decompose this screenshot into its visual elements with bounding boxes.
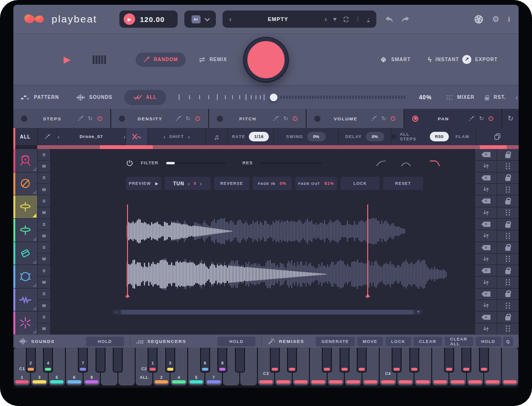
black-key[interactable] — [340, 348, 350, 373]
preset-prev-button[interactable]: ‹ — [229, 15, 232, 23]
track-tile-hihat-open[interactable] — [13, 219, 37, 242]
flam-button[interactable]: FLAM — [449, 128, 476, 145]
settings-gear-icon[interactable]: ⚙ — [492, 14, 500, 24]
white-key[interactable] — [502, 348, 518, 385]
mute-button[interactable]: M — [38, 300, 50, 311]
black-key[interactable]: 7 — [78, 348, 88, 373]
power-icon[interactable] — [292, 116, 298, 121]
bpm-control[interactable]: ▶ 120.00 — [119, 11, 178, 28]
sample-next-button[interactable]: › — [123, 133, 125, 140]
black-key[interactable] — [270, 348, 280, 373]
undo-icon[interactable] — [385, 16, 394, 23]
trigger-pad-button[interactable] — [244, 38, 288, 82]
reset-icon[interactable]: ↻ — [283, 115, 288, 122]
sample-prev-button[interactable]: ‹ — [57, 133, 59, 140]
pattern-position-bar[interactable] — [37, 145, 519, 149]
redo-icon[interactable] — [401, 16, 410, 23]
drag-handle[interactable] — [497, 207, 519, 218]
randomize-icon[interactable] — [77, 116, 84, 121]
tab-radio[interactable] — [217, 116, 223, 122]
drag-handle[interactable] — [497, 277, 519, 288]
track-tile-shaker[interactable] — [13, 242, 37, 265]
black-key[interactable]: 1 — [148, 348, 158, 373]
black-key[interactable] — [479, 348, 489, 373]
swap-steps-button[interactable] — [475, 254, 497, 265]
export-button[interactable]: ↗ EXPORT — [462, 55, 498, 64]
reverse-button[interactable]: REVERSE — [214, 177, 249, 190]
randomize-sample-button[interactable] — [38, 128, 57, 145]
track-all-cell[interactable]: ALL — [13, 128, 37, 145]
swap-steps-button[interactable] — [475, 230, 497, 241]
lock-track-button[interactable] — [497, 265, 519, 276]
waveform-display[interactable] — [51, 202, 475, 303]
solo-button[interactable]: S — [38, 172, 50, 183]
track-tile-kick[interactable] — [13, 149, 37, 172]
midi-icon[interactable] — [474, 14, 484, 24]
solo-button[interactable]: S — [38, 265, 50, 276]
lock-track-button[interactable] — [497, 288, 519, 299]
track-tile-hihat-closed[interactable] — [13, 195, 37, 218]
clear-sample-button[interactable]: ✕ — [475, 219, 497, 230]
remix-q-button[interactable]: Q — [503, 337, 513, 346]
lock-track-button[interactable] — [497, 242, 519, 253]
tab-radio[interactable] — [119, 116, 125, 122]
reload-preset-icon[interactable] — [343, 17, 349, 22]
solo-button[interactable]: S — [38, 219, 50, 230]
randomize-icon[interactable] — [468, 116, 475, 121]
black-key[interactable] — [392, 348, 402, 373]
mute-button[interactable]: M — [38, 184, 50, 195]
swap-steps-button[interactable] — [475, 300, 497, 311]
black-key[interactable]: 6 — [200, 348, 210, 373]
tab-radio[interactable] — [21, 116, 27, 122]
sample-start-marker[interactable] — [127, 204, 128, 298]
end-marker-handle[interactable] — [365, 294, 370, 297]
favorite-icon[interactable]: ♥ — [333, 16, 336, 22]
black-key[interactable]: 8 — [217, 348, 227, 373]
tab-steps[interactable]: STEPS ↻ — [13, 109, 110, 128]
clear-sample-button[interactable]: ✕ — [475, 288, 497, 299]
sounds-hold-button[interactable]: HOLD — [86, 337, 124, 346]
black-key[interactable] — [96, 348, 106, 373]
mute-button[interactable]: M — [38, 277, 50, 288]
drag-handle[interactable] — [497, 160, 519, 171]
mute-button[interactable]: M — [38, 230, 50, 241]
clear-sample-button[interactable]: ✕ — [475, 311, 497, 322]
tempo-play-icon[interactable]: ▶ — [124, 13, 135, 25]
tab-density[interactable]: DENSITY ↻ — [111, 109, 208, 128]
drag-handle[interactable] — [497, 184, 519, 195]
track-tile-snare[interactable] — [13, 172, 37, 195]
tab-pitch[interactable]: PITCH ↻ — [209, 109, 306, 128]
drag-handle[interactable] — [497, 230, 519, 241]
all-tracks-button[interactable]: ALL — [124, 90, 166, 105]
reset-lock-button[interactable]: RST. — [484, 94, 506, 101]
preset-menu-icon[interactable]: ⋮ — [355, 16, 361, 22]
tab-sounds[interactable]: SOUNDS — [76, 94, 113, 101]
reset-icon[interactable]: ↻ — [479, 115, 484, 122]
power-icon[interactable] — [488, 116, 494, 121]
remix-hold-button[interactable]: HOLD — [476, 337, 501, 346]
tab-pattern[interactable]: PATTERN — [21, 95, 59, 100]
tab-pan[interactable]: PAN ↻ — [404, 109, 501, 128]
retrigger-button[interactable]: ↻ — [502, 109, 519, 128]
lock-track-button[interactable] — [497, 219, 519, 230]
sequencers-hold-button[interactable]: HOLD — [217, 337, 255, 346]
drag-handle[interactable] — [497, 323, 519, 334]
drag-handle[interactable] — [497, 254, 519, 265]
tab-radio[interactable] — [314, 116, 320, 122]
black-key[interactable] — [287, 348, 297, 373]
tune-control[interactable]: TUN ‹ 0 › — [165, 177, 211, 190]
swap-steps-button[interactable] — [475, 184, 497, 195]
complexity-slider[interactable] — [176, 85, 409, 109]
clear-sample-button[interactable]: ✕ — [475, 172, 497, 183]
shift-right-button[interactable]: › — [188, 133, 190, 140]
instant-button[interactable]: ϟ INSTANT — [428, 55, 459, 64]
power-icon[interactable] — [195, 116, 201, 121]
swap-steps-button[interactable] — [475, 277, 497, 288]
track-tile-synth-wave[interactable] — [13, 288, 37, 311]
save-preset-icon[interactable]: ↓ — [367, 16, 370, 22]
black-key[interactable] — [113, 348, 123, 373]
power-icon[interactable] — [390, 116, 396, 121]
mute-button[interactable]: M — [38, 254, 50, 265]
black-key[interactable] — [357, 348, 367, 373]
all-steps-value[interactable]: R50 — [430, 132, 449, 141]
